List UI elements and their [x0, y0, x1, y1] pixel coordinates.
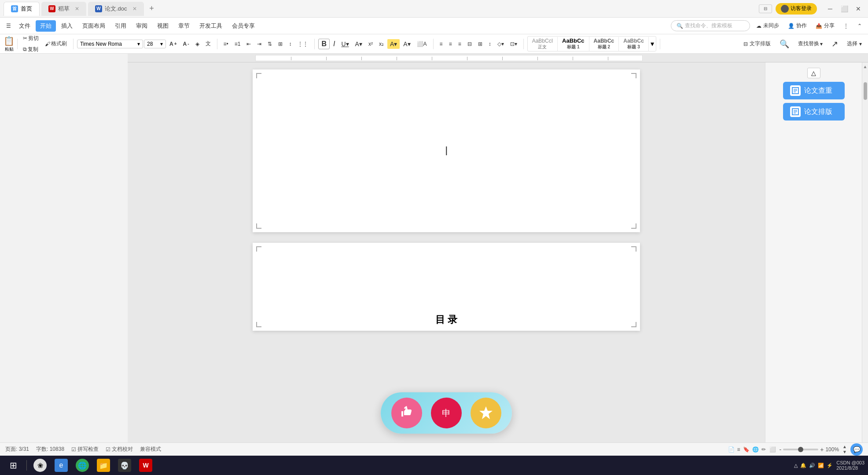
minimize-button[interactable]: ─ [824, 3, 836, 15]
zoom-in-button[interactable]: + [820, 446, 824, 453]
style-gallery-arrow[interactable]: ▾ [649, 39, 656, 49]
find-replace-button[interactable]: 查找替换▾ [795, 39, 825, 49]
menu-hamburger[interactable]: ☰ [4, 22, 14, 30]
zoom-slider[interactable] [783, 449, 818, 450]
clear-format-button[interactable]: ◈ [193, 40, 202, 48]
select-button[interactable]: 选择▾ [844, 39, 864, 49]
copy-button[interactable]: ⧉ 复制 [20, 44, 41, 55]
font-size-selector[interactable]: 28 ▾ [144, 40, 166, 48]
taskbar-app-4[interactable]: 💀 [115, 457, 134, 473]
share-button[interactable]: 📤 分享 [813, 21, 837, 31]
highlight-button[interactable]: A▾ [387, 39, 400, 49]
shrink-font-button[interactable]: A- [180, 40, 192, 48]
close-button[interactable]: ✕ [852, 3, 864, 15]
thesis-check-card[interactable]: 论文查重 [783, 82, 845, 99]
style-h3[interactable]: AaBbCc 标题 3 [619, 37, 649, 51]
align-justify-button[interactable]: ⊟ [465, 40, 474, 48]
taskbar-app-0[interactable]: ❀ [30, 457, 50, 473]
menu-layout[interactable]: 页面布局 [78, 20, 110, 32]
menu-insert[interactable]: 插入 [57, 20, 77, 32]
align-right-button[interactable]: ≡ [456, 40, 464, 48]
thesis-format-card[interactable]: 论文排版 [783, 103, 845, 121]
paste-button[interactable]: 📋 粘贴 [4, 36, 15, 52]
style-h2[interactable]: AaBbCc 标题 2 [589, 37, 619, 51]
column-button[interactable]: ⋮⋮ [295, 40, 311, 48]
collapse-ribbon-button[interactable]: ⌃ [855, 22, 864, 30]
menu-review[interactable]: 审阅 [132, 20, 152, 32]
cut-button[interactable]: ✂ 剪切 [20, 33, 41, 44]
char-format-button[interactable]: 文 [203, 39, 213, 49]
tab-doc[interactable]: W 论文.doc ✕ [88, 2, 144, 16]
grow-font-button[interactable]: A+ [167, 40, 180, 48]
tab-doc-close[interactable]: ✕ [132, 6, 137, 12]
menu-view[interactable]: 视图 [153, 20, 173, 32]
style-normal[interactable]: AaBbCcI 正文 [528, 37, 558, 51]
new-tab-button[interactable]: + [146, 3, 158, 15]
start-button[interactable]: ⊞ [4, 457, 23, 473]
tray-icon-2[interactable]: 🔔 [800, 463, 806, 468]
search-box[interactable]: 🔍 查找命令、搜索模板 [671, 20, 750, 31]
numbered-list-button[interactable]: ≡1 [232, 40, 243, 48]
font-color-button[interactable]: A▾ [353, 39, 365, 49]
menu-chapter[interactable]: 章节 [174, 20, 194, 32]
edit-mode-button[interactable]: ✏ [761, 446, 766, 453]
more-options-button[interactable]: ⋮ [841, 22, 851, 30]
vertical-scrollbar[interactable]: ▲ ▼ [862, 62, 868, 456]
align-center-button[interactable]: ≡ [446, 40, 455, 48]
reaction-bar[interactable]: 申 [381, 392, 512, 434]
find-icon-button[interactable]: 🔍 [777, 38, 792, 50]
font-name-selector[interactable]: Times New Roma ▾ [77, 40, 143, 48]
borders-button[interactable]: ⊡▾ [508, 40, 520, 48]
table-insert-button[interactable]: ⊞ [276, 40, 285, 48]
scroll-up-arrow[interactable]: ▲ [863, 64, 868, 69]
decrease-indent-button[interactable]: ⇤ [244, 40, 254, 48]
align-left-button[interactable]: ≡ [437, 40, 445, 48]
zoom-out-button[interactable]: - [780, 446, 782, 453]
visitor-login-button[interactable]: 访客登录 [776, 3, 817, 15]
tab-wps-close[interactable]: ✕ [75, 6, 79, 12]
panel-up-button[interactable]: △ [807, 68, 820, 78]
tray-icon-4[interactable]: 📶 [818, 463, 824, 468]
bullet-list-button[interactable]: ≡• [221, 40, 231, 48]
star-button[interactable] [471, 398, 501, 428]
increase-indent-button[interactable]: ⇥ [254, 40, 264, 48]
text-border-button[interactable]: ⬜A [414, 40, 430, 48]
taskbar-app-3[interactable]: 📁 [94, 457, 113, 473]
tray-icon-3[interactable]: 🔊 [809, 463, 815, 468]
text-layout-button[interactable]: ⊟ 文字排版 [741, 39, 773, 49]
scroll-down-mini[interactable]: ▼ [842, 449, 847, 454]
tab-wps[interactable]: W 稻草 ✕ [41, 2, 86, 16]
app-logo-button[interactable]: 申 [431, 398, 462, 428]
underline-button[interactable]: U▾ [338, 39, 351, 49]
bookmark-button[interactable]: 🔖 [743, 446, 750, 453]
taskbar-app-1[interactable]: e [51, 457, 71, 473]
tray-icon-5[interactable]: ⚡ [827, 463, 833, 468]
unsync-button[interactable]: ☁ 未同步 [754, 21, 782, 31]
line-spacing-button[interactable]: ↕ [286, 40, 294, 48]
bold-button[interactable]: B [318, 39, 330, 49]
read-mode-button[interactable]: 📄 [728, 446, 735, 453]
focus-mode-button[interactable]: ⬜ [769, 446, 776, 453]
font-fill-button[interactable]: A▾ [401, 39, 413, 49]
collaborate-button[interactable]: 👤 协作 [785, 21, 809, 31]
superscript-button[interactable]: x² [366, 40, 375, 48]
shading-button[interactable]: ◇▾ [495, 40, 507, 48]
style-h1[interactable]: AaBbCc 标题 1 [558, 37, 589, 51]
chat-button[interactable]: 💬 [850, 443, 863, 456]
taskbar-app-2[interactable]: 🌐 [73, 457, 92, 473]
spell-check[interactable]: ☑ 拼写检查 [71, 446, 99, 453]
menu-start[interactable]: 开始 [36, 20, 56, 32]
like-button[interactable] [391, 398, 422, 428]
tray-icon-1[interactable]: △ [794, 463, 798, 468]
scroll-thumb[interactable] [864, 82, 867, 100]
menu-references[interactable]: 引用 [110, 20, 131, 32]
outline-mode-button[interactable]: ≡ [737, 446, 740, 453]
page-break-button[interactable]: ⊞ [475, 40, 485, 48]
menu-file[interactable]: 文件 [15, 20, 35, 32]
doc-review[interactable]: ☑ 文档校对 [106, 446, 133, 453]
line-spacing2-button[interactable]: ↕ [486, 40, 494, 48]
tab-home[interactable]: 首 首页 [4, 2, 40, 16]
menu-vip[interactable]: 会员专享 [228, 20, 259, 32]
format-painter-button[interactable]: 🖌 格式刷 [42, 39, 70, 49]
document-area[interactable]: 目 录 申 [128, 62, 765, 456]
